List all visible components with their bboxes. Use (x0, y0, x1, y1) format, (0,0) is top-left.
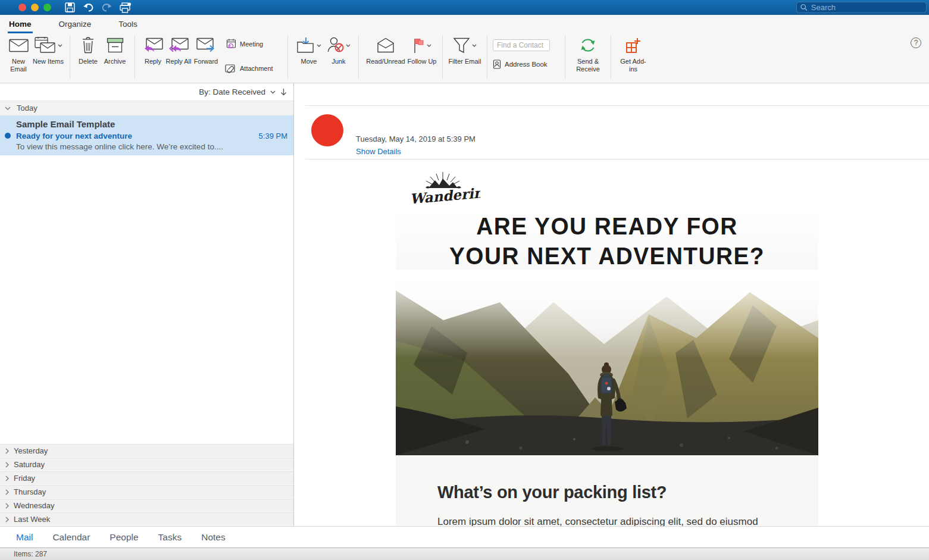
delete-button[interactable]: Delete (76, 34, 101, 65)
group-header-last-week[interactable]: Last Week (0, 512, 293, 526)
group-header-friday[interactable]: Friday (0, 471, 293, 485)
email-subject: Ready for your next adventure (16, 132, 132, 140)
nav-tasks[interactable]: Tasks (158, 532, 182, 543)
junk-icon (327, 37, 344, 54)
close-button[interactable] (18, 4, 26, 11)
zoom-button[interactable] (43, 4, 51, 11)
group-header-today[interactable]: Today (0, 101, 293, 115)
traffic-lights (18, 4, 51, 11)
module-switcher: Mail Calendar People Tasks Notes (0, 526, 929, 548)
archive-button[interactable]: Archive (101, 34, 129, 65)
attachment-button[interactable]: Attachment (225, 64, 282, 73)
attachment-icon (225, 64, 236, 73)
outlook-window: Home Organize Tools ? New Email New Item… (0, 0, 929, 560)
redo-icon[interactable] (100, 1, 113, 14)
minimize-button[interactable] (31, 4, 39, 11)
address-book-button[interactable]: Address Book (493, 60, 559, 69)
chevron-right-icon (5, 489, 9, 495)
new-items-icon (35, 37, 56, 54)
reply-icon (143, 37, 163, 54)
items-count: Items: 287 (14, 550, 47, 558)
hero-image: ARE YOU READY FOR YOUR NEXT ADVENTURE? (396, 210, 818, 455)
chevron-right-icon (5, 475, 9, 481)
move-icon (296, 37, 315, 54)
get-addins-icon (625, 37, 642, 54)
reply-all-button[interactable]: Reply All (165, 34, 192, 65)
junk-button[interactable]: Junk (324, 34, 353, 65)
group-header-yesterday[interactable]: Yesterday (0, 444, 293, 458)
delete-icon (82, 37, 94, 54)
get-addins-button[interactable]: Get Add-ins (617, 34, 650, 73)
packing-list-section: What’s on your packing list? Lorem ipsum… (396, 455, 818, 526)
find-contact-input[interactable] (493, 39, 550, 51)
help-icon[interactable]: ? (911, 37, 921, 48)
email-sender: Sample Email Template (16, 119, 287, 129)
chevron-down-icon (58, 44, 62, 47)
sender-avatar (311, 114, 343, 146)
send-receive-icon (578, 36, 598, 54)
tab-tools[interactable]: Tools (117, 16, 139, 33)
new-email-icon (9, 39, 29, 52)
chevron-down-icon (472, 44, 477, 47)
chevron-down-icon[interactable] (270, 90, 276, 94)
nav-people[interactable]: People (110, 532, 138, 543)
filter-icon (453, 37, 470, 54)
chevron-right-icon (5, 503, 9, 509)
sort-by-control[interactable]: By: Date Received (199, 87, 265, 96)
hero-headline: ARE YOU READY FOR YOUR NEXT ADVENTURE? (402, 210, 812, 271)
reading-pane: Tuesday, May 14, 2019 at 5:39 PM Show De… (294, 83, 929, 526)
ribbon-tabs: Home Organize Tools (0, 15, 929, 33)
nav-mail[interactable]: Mail (16, 532, 33, 543)
move-button[interactable]: Move (293, 34, 324, 65)
new-items-button[interactable]: New Items (32, 34, 64, 65)
read-unread-button[interactable]: Read/Unread (364, 34, 407, 65)
reply-all-icon (169, 37, 189, 54)
address-book-icon (493, 60, 501, 69)
ribbon: Home Organize Tools ? New Email New Item… (0, 15, 929, 83)
group-header-saturday[interactable]: Saturday (0, 458, 293, 471)
message-date: Tuesday, May 14, 2019 at 5:39 PM (356, 134, 476, 143)
chevron-down-icon (427, 44, 431, 47)
header-divider (305, 105, 929, 106)
chevron-down-icon (346, 44, 351, 47)
tab-organize[interactable]: Organize (58, 16, 93, 33)
search-field[interactable] (796, 2, 927, 13)
search-input[interactable] (811, 3, 922, 12)
forward-icon (196, 37, 216, 54)
ribbon-buttons: New Email New Items Delete Archive (0, 34, 929, 83)
save-icon[interactable] (63, 1, 76, 14)
undo-icon[interactable] (82, 1, 95, 14)
send-receive-button[interactable]: Send & Receive (571, 34, 605, 73)
chevron-right-icon (5, 517, 9, 523)
chevron-right-icon (5, 462, 9, 468)
search-icon (800, 4, 808, 11)
nav-calendar[interactable]: Calendar (52, 532, 90, 543)
forward-button[interactable]: Forward (192, 34, 220, 65)
sort-direction-icon[interactable] (280, 88, 287, 96)
show-details-link[interactable]: Show Details (356, 147, 401, 156)
nav-notes[interactable]: Notes (201, 532, 226, 543)
meeting-icon (225, 39, 236, 49)
filter-email-button[interactable]: Filter Email (448, 34, 481, 65)
chevron-down-icon (317, 44, 321, 47)
section-body: Lorem ipsum dolor sit amet, consectetur … (437, 514, 777, 526)
follow-up-button[interactable]: Follow Up (407, 34, 437, 65)
group-header-wednesday[interactable]: Wednesday (0, 499, 293, 512)
titlebar (0, 0, 929, 15)
list-sort-header: By: Date Received (0, 83, 293, 101)
chevron-right-icon (5, 448, 9, 454)
tab-home[interactable]: Home (8, 16, 33, 33)
group-header-thursday[interactable]: Thursday (0, 485, 293, 499)
new-email-button[interactable]: New Email (5, 34, 32, 73)
chevron-down-icon (5, 107, 11, 110)
email-preview: To view this message online click here. … (16, 142, 287, 151)
section-heading: What’s on your packing list? (437, 483, 777, 502)
read-unread-icon (377, 37, 395, 53)
message-list-pane: By: Date Received Today Sample Email Tem… (0, 83, 294, 526)
reply-button[interactable]: Reply (140, 34, 165, 65)
follow-up-flag-icon (413, 37, 425, 54)
email-list-item-selected[interactable]: Sample Email Template Ready for your nex… (0, 115, 293, 155)
print-icon[interactable] (118, 1, 132, 14)
meeting-button[interactable]: Meeting (225, 39, 282, 49)
unread-indicator-dot (5, 133, 11, 139)
